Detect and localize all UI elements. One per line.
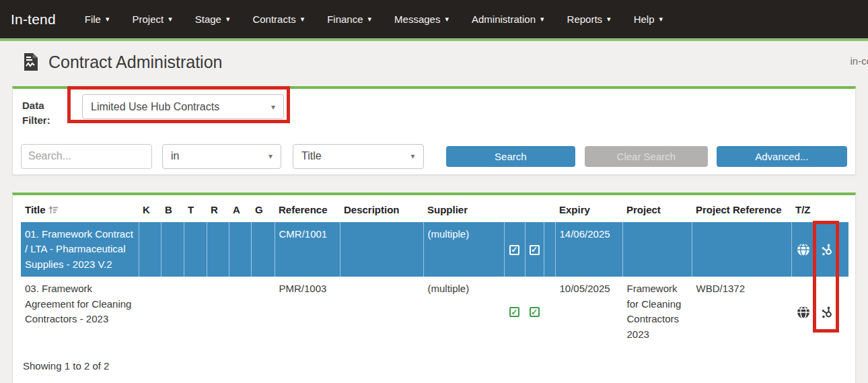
menu-stage-label: Stage	[195, 13, 221, 25]
cell-supplier: (multiple)	[423, 222, 504, 277]
cell-reference: CMR/1001	[275, 222, 340, 277]
menu-project[interactable]: Project ▾	[120, 7, 183, 31]
column-header-b[interactable]: B	[161, 195, 184, 222]
cell-project	[622, 222, 692, 277]
header-right-text: in-co	[850, 55, 868, 67]
column-header-expiry[interactable]: Expiry	[555, 195, 622, 222]
menu-contracts[interactable]: Contracts ▾	[241, 7, 316, 31]
results-count-text: Showing 1 to 2 of 2	[21, 347, 847, 382]
top-navbar: In-tend File ▾ Project ▾ Stage ▾ Contrac…	[0, 0, 868, 38]
contract-administration-page: { "navbar": { "brand": "In-tend", "menus…	[0, 0, 868, 383]
data-filter-select[interactable]: Limited Use Hub Contracts ▾	[82, 94, 284, 119]
table-header-row: Title K B T R A G Reference Description …	[21, 195, 848, 222]
globe-icon[interactable]	[797, 306, 810, 319]
column-header-k[interactable]: K	[139, 195, 161, 222]
search-in-value: in	[171, 150, 179, 162]
menu-reports-label: Reports	[567, 13, 603, 25]
column-header-supplier[interactable]: Supplier	[423, 195, 504, 222]
cell-project-reference	[692, 222, 791, 277]
menu-messages[interactable]: Messages ▾	[383, 7, 460, 31]
menu-project-label: Project	[132, 13, 164, 25]
cell-title: 03. Framework Agreement for Cleaning Con…	[21, 277, 139, 347]
contract-document-icon	[23, 53, 39, 71]
menu-finance[interactable]: Finance ▾	[316, 7, 383, 31]
caret-down-icon: ▾	[268, 151, 273, 161]
data-filter-label: Data Filter:	[22, 94, 71, 128]
menu-stage[interactable]: Stage ▾	[184, 7, 242, 31]
column-header-t[interactable]: T	[184, 195, 207, 222]
column-header-project-reference[interactable]: Project Reference	[692, 195, 791, 222]
caret-down-icon: ▾	[106, 15, 110, 23]
table-row[interactable]: 03. Framework Agreement for Cleaning Con…	[21, 277, 848, 347]
menu-messages-label: Messages	[394, 13, 440, 25]
caret-down-icon: ▾	[607, 15, 611, 23]
table-row[interactable]: 01. Framework Contract / LTA - Pharmaceu…	[21, 222, 848, 277]
cell-expiry: 10/05/2025	[555, 277, 622, 347]
checkbox-icon[interactable]: ✓	[530, 307, 540, 317]
clear-search-button[interactable]: Clear Search	[585, 146, 708, 167]
search-button[interactable]: Search	[446, 146, 575, 167]
page-header: Contract Administration in-co	[0, 41, 868, 83]
column-header-description[interactable]: Description	[340, 195, 423, 222]
globe-icon[interactable]	[797, 243, 810, 256]
data-filter-value: Limited Use Hub Contracts	[91, 101, 219, 113]
menu-file-label: File	[85, 13, 101, 25]
column-header-title-label: Title	[25, 204, 46, 215]
hub-icon[interactable]	[820, 243, 834, 256]
menu-administration-label: Administration	[472, 13, 536, 25]
column-header-project[interactable]: Project	[622, 195, 692, 222]
caret-down-icon: ▾	[226, 15, 230, 23]
column-header-r[interactable]: R	[207, 195, 229, 222]
menu-finance-label: Finance	[327, 13, 363, 25]
caret-down-icon: ▾	[301, 15, 305, 23]
cell-supplier: (multiple)	[423, 277, 504, 347]
column-header-title[interactable]: Title	[21, 195, 139, 222]
caret-down-icon: ▾	[659, 15, 663, 23]
caret-down-icon: ▾	[411, 151, 415, 161]
menu-help-label: Help	[634, 13, 655, 25]
cell-project-reference: WBD/1372	[692, 277, 791, 347]
page-title: Contract Administration	[48, 53, 222, 72]
main-menu: File ▾ Project ▾ Stage ▾ Contracts ▾ Fin…	[73, 7, 674, 31]
caret-down-icon: ▾	[168, 15, 172, 23]
column-header-g[interactable]: G	[251, 195, 275, 222]
menu-administration[interactable]: Administration ▾	[460, 7, 556, 31]
cell-description	[340, 277, 423, 347]
checkbox-icon[interactable]: ✓	[509, 307, 519, 317]
cell-description	[340, 222, 423, 277]
column-header-reference[interactable]: Reference	[275, 195, 340, 222]
contracts-table: Title K B T R A G Reference Description …	[21, 195, 848, 347]
checkbox-icon[interactable]: ✓	[530, 245, 540, 255]
search-field-value: Title	[301, 150, 322, 162]
search-input[interactable]	[21, 144, 152, 169]
menu-file[interactable]: File ▾	[73, 7, 121, 31]
app-brand[interactable]: In-tend	[11, 11, 56, 28]
menu-reports[interactable]: Reports ▾	[556, 7, 622, 31]
column-header-tz[interactable]: T/Z	[791, 195, 848, 222]
cell-expiry: 14/06/2025	[555, 222, 622, 277]
caret-down-icon: ▾	[368, 15, 372, 23]
sort-icon[interactable]	[48, 205, 59, 215]
search-field-select[interactable]: Title ▾	[293, 144, 424, 169]
column-header-a[interactable]: A	[229, 195, 251, 222]
cell-title: 01. Framework Contract / LTA - Pharmaceu…	[21, 222, 139, 277]
menu-contracts-label: Contracts	[252, 13, 295, 25]
cell-project: Framework for Cleaning Contractors 2023	[622, 277, 692, 347]
hub-icon[interactable]	[820, 306, 834, 319]
caret-down-icon: ▾	[271, 102, 275, 112]
menu-help[interactable]: Help ▾	[622, 7, 674, 31]
contracts-table-panel: Title K B T R A G Reference Description …	[12, 193, 856, 383]
search-in-select[interactable]: in ▾	[162, 144, 281, 169]
caret-down-icon: ▾	[445, 15, 449, 23]
checkbox-icon[interactable]: ✓	[509, 245, 519, 255]
cell-reference: PMR/1003	[275, 277, 340, 347]
filter-panel: Data Filter: Limited Use Hub Contracts ▾…	[12, 86, 856, 175]
caret-down-icon: ▾	[540, 15, 544, 23]
advanced-search-button[interactable]: Advanced...	[717, 146, 847, 167]
